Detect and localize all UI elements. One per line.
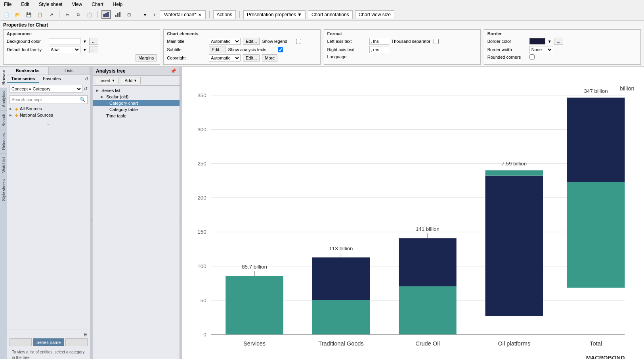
border-color-more-btn[interactable]: ... <box>554 38 563 45</box>
copyright-select[interactable]: Automatic <box>209 54 241 61</box>
at-series-list[interactable]: ▶ Series list <box>93 87 180 94</box>
bar-total-teal[interactable] <box>567 182 625 288</box>
sidebar-tab-watchlist[interactable]: Watchlist <box>0 153 7 176</box>
bar-chart-icon[interactable] <box>113 10 122 19</box>
font-dropdown-icon[interactable]: ▼ <box>83 48 87 52</box>
copy-icon[interactable]: ⧉ <box>74 10 83 19</box>
menu-view[interactable]: View <box>69 1 84 8</box>
border-width-select[interactable]: None <box>529 46 553 53</box>
chart-view-size-button[interactable]: Chart view size <box>355 10 394 19</box>
font-family-row: Default font family Arial ▼ ... <box>7 46 157 53</box>
bg-color-more-btn[interactable]: ... <box>89 38 98 45</box>
right-axis-label: Right axis text <box>327 47 367 52</box>
sidebar-tab-releases[interactable]: Releases <box>0 130 7 153</box>
subtab-time-series[interactable]: Time series <box>7 75 39 83</box>
bar-services-teal[interactable] <box>225 276 283 334</box>
scalar-old-label: Scalar (old) <box>106 94 128 99</box>
bar-trad-goods-navy[interactable] <box>312 257 370 300</box>
chart-elements-section: Chart elements Main title Automatic Edit… <box>163 29 320 65</box>
bg-color-swatch[interactable] <box>49 38 80 44</box>
bar-crude-oil-navy[interactable] <box>399 238 457 286</box>
svg-text:50: 50 <box>201 298 206 303</box>
sidebar-tab-analytics[interactable]: Analytics <box>0 88 7 110</box>
waterfall-tab[interactable]: Waterfall chart* ✕ <box>160 10 206 19</box>
left-axis-input[interactable] <box>369 38 389 45</box>
add-tab-btn[interactable]: + <box>150 10 159 19</box>
menu-bar: File Edit Style sheet View Chart Help <box>0 0 644 9</box>
series-name-button[interactable]: Series name <box>33 338 64 346</box>
search-box: 🔍 <box>10 95 88 104</box>
dropdown-arrow[interactable]: ▼ <box>141 10 149 19</box>
main-title-select[interactable]: Automatic <box>209 38 241 45</box>
at-scalar-old[interactable]: ▶ Scalar (old) <box>93 94 180 100</box>
cut-icon[interactable]: ✂ <box>63 10 72 19</box>
menu-stylesheet[interactable]: Style sheet <box>36 1 65 8</box>
tab-lists[interactable]: Lists <box>49 67 90 75</box>
bar-total-navy[interactable] <box>567 98 625 182</box>
margins-button[interactable]: Margins <box>136 54 157 61</box>
show-analysis-checkbox[interactable] <box>278 47 283 52</box>
at-time-table[interactable]: Time table <box>93 113 180 119</box>
add-button[interactable]: Add ▼ <box>121 77 141 84</box>
actions-button[interactable]: Actions <box>213 10 236 19</box>
bar-trad-goods-teal[interactable] <box>312 300 370 334</box>
right-axis-input[interactable] <box>369 46 389 53</box>
more-btn[interactable]: More <box>262 54 277 61</box>
main-title-edit-btn[interactable]: Edit... <box>243 38 260 45</box>
presentation-properties-button[interactable]: Presentation properties ▼ <box>243 10 306 19</box>
left-panel: Bookmarks Lists Time series Favorites ↺ … <box>7 67 90 359</box>
subtitle-edit-btn[interactable]: Edit... <box>209 46 225 53</box>
series-name-row: Series name <box>10 338 88 346</box>
main-title-row: Main title Automatic Edit... Show legend <box>167 38 317 45</box>
tab-close-btn[interactable]: ✕ <box>198 13 201 17</box>
concept-refresh-icon[interactable]: ↺ <box>84 86 88 92</box>
save-icon[interactable]: 💾 <box>25 10 33 19</box>
refresh-icon[interactable]: ↺ <box>84 76 88 82</box>
svg-text:Services: Services <box>243 340 266 347</box>
menu-edit[interactable]: Edit <box>19 1 32 8</box>
font-more-btn[interactable]: ... <box>89 46 98 53</box>
subtab-favorites[interactable]: Favorites <box>39 75 65 83</box>
bg-color-dropdown[interactable]: ▼ <box>83 39 87 44</box>
bar-oil-platforms-navy[interactable] <box>485 176 543 316</box>
search-icon[interactable]: 🔍 <box>78 96 87 103</box>
new-icon[interactable]: 📄 <box>2 10 11 19</box>
bar-crude-oil-teal[interactable] <box>399 286 457 334</box>
tree-national-sources[interactable]: ▶ ◆ National Sources <box>7 112 90 118</box>
chart-elements-title: Chart elements <box>167 31 317 36</box>
menu-help[interactable]: Help <box>111 1 125 8</box>
paste-icon[interactable]: 📋 <box>85 10 94 19</box>
font-family-select[interactable]: Arial <box>49 46 80 53</box>
border-color-dropdown[interactable]: ▼ <box>548 39 552 44</box>
sidebar-tab-stylesheets[interactable]: Style sheets <box>0 176 7 204</box>
tab-bookmarks[interactable]: Bookmarks <box>7 67 49 75</box>
tree-all-sources[interactable]: ▶ ◆ All Sources <box>7 106 90 112</box>
save-as-icon[interactable]: 📋 <box>36 10 44 19</box>
open-icon[interactable]: 📂 <box>13 10 22 19</box>
chart-type-icon[interactable] <box>101 10 111 19</box>
show-legend-checkbox[interactable] <box>296 39 301 44</box>
at-category-chart[interactable]: Category chart <box>93 100 180 106</box>
category-table-label: Category table <box>109 107 138 112</box>
copyright-edit-btn[interactable]: Edit... <box>243 54 260 61</box>
bar-oil-platforms-teal[interactable] <box>485 170 543 175</box>
info-text: To view a list of entities, select a cat… <box>10 348 88 359</box>
sidebar-tab-browse[interactable]: Browse <box>0 67 7 88</box>
folder-icon: ◆ <box>15 107 18 111</box>
search-input[interactable] <box>10 96 78 104</box>
share-icon[interactable]: ↗ <box>47 10 55 19</box>
filter-icon[interactable]: ⊟ <box>84 332 88 337</box>
insert-button[interactable]: Insert ▼ <box>96 77 118 84</box>
sidebar-tab-search[interactable]: Search <box>0 110 7 130</box>
pin-icon[interactable]: 📌 <box>170 68 176 74</box>
series-left-field <box>10 338 32 346</box>
menu-file[interactable]: File <box>2 1 14 8</box>
rounded-corners-checkbox[interactable] <box>529 54 535 60</box>
table-icon[interactable]: ⊞ <box>124 10 133 19</box>
concept-select[interactable]: Concept = Category <box>10 85 82 93</box>
menu-chart[interactable]: Chart <box>89 1 105 8</box>
chart-annotations-button[interactable]: Chart annotations <box>308 10 353 19</box>
border-color-swatch[interactable] <box>529 38 545 44</box>
thousand-sep-checkbox[interactable] <box>434 39 439 44</box>
at-category-table[interactable]: Category table <box>93 106 180 113</box>
